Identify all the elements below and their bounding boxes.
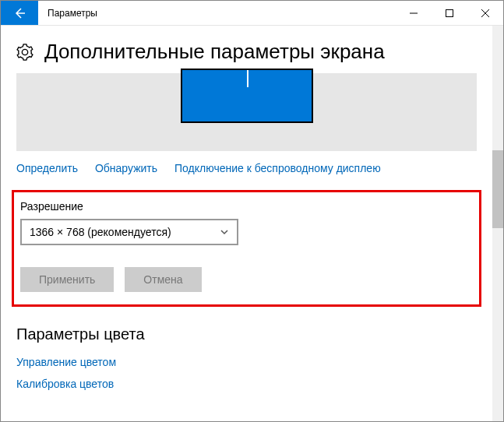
- monitor-divider: [247, 70, 248, 87]
- monitor-icon[interactable]: [181, 69, 313, 123]
- identify-link[interactable]: Определить: [16, 162, 78, 174]
- maximize-button[interactable]: [432, 1, 467, 25]
- detect-link[interactable]: Обнаружить: [95, 162, 157, 174]
- resolution-label: Разрешение: [20, 200, 473, 213]
- color-section-title: Параметры цвета: [1, 307, 492, 351]
- page-title: Дополнительные параметры экрана: [44, 40, 385, 64]
- scrollbar-thumb[interactable]: [492, 150, 503, 228]
- cancel-button[interactable]: Отмена: [125, 267, 201, 292]
- display-preview: [16, 73, 477, 151]
- back-button[interactable]: [1, 1, 38, 25]
- wireless-display-link[interactable]: Подключение к беспроводному дисплею: [174, 162, 381, 174]
- color-calibration-link[interactable]: Калибровка цветов: [1, 373, 492, 395]
- chevron-down-icon: [220, 227, 229, 237]
- resolution-value: 1366 × 768 (рекомендуется): [30, 226, 171, 238]
- gear-icon: [16, 44, 33, 61]
- resolution-section: Разрешение 1366 × 768 (рекомендуется) Пр…: [12, 190, 481, 307]
- close-button[interactable]: [467, 1, 503, 25]
- svg-rect-1: [446, 9, 453, 16]
- resolution-dropdown[interactable]: 1366 × 768 (рекомендуется): [20, 219, 238, 245]
- apply-button[interactable]: Применить: [20, 267, 114, 292]
- window-title: Параметры: [38, 1, 396, 25]
- color-management-link[interactable]: Управление цветом: [1, 351, 492, 373]
- minimize-button[interactable]: [396, 1, 432, 25]
